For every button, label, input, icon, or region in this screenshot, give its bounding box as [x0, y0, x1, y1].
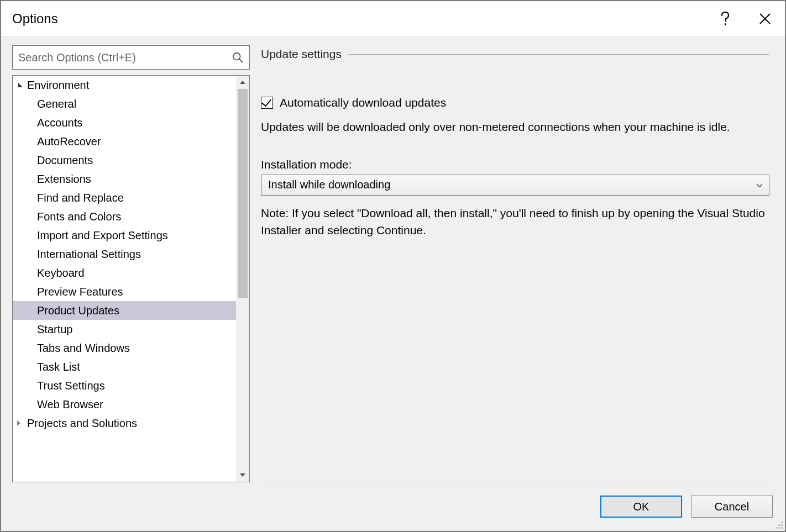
ok-button[interactable]: OK: [600, 496, 682, 518]
tree-item-web-browser[interactable]: Web Browser: [13, 395, 236, 414]
tree-item-autorecover[interactable]: AutoRecover: [13, 132, 236, 151]
tree-item-label: AutoRecover: [37, 135, 101, 148]
tree-item-label: Web Browser: [37, 398, 103, 411]
install-mode-value: Install while downloading: [268, 178, 390, 191]
scroll-thumb[interactable]: [238, 89, 248, 298]
scroll-up-button[interactable]: [236, 76, 249, 89]
search-box[interactable]: [12, 45, 250, 70]
tree-item-task-list[interactable]: Task List: [13, 357, 236, 376]
tree-item-preview-features[interactable]: Preview Features: [13, 282, 236, 301]
cancel-button[interactable]: Cancel: [691, 496, 773, 518]
tree-item-label: Documents: [37, 154, 93, 167]
install-mode-dropdown[interactable]: Install while downloading: [261, 175, 769, 196]
install-mode-label: Installation mode:: [261, 158, 769, 171]
close-icon: [759, 13, 771, 25]
tree-item-label: Find and Replace: [37, 192, 124, 204]
caret-collapsed-icon: [17, 420, 25, 426]
options-dialog: Options EnvironmentGeneralAccountsAutoRe…: [0, 0, 786, 532]
tree-item-keyboard[interactable]: Keyboard: [13, 264, 236, 282]
tree-item-general[interactable]: General: [13, 94, 236, 113]
dialog-title: Options: [12, 11, 716, 27]
tree-item-label: Fonts and Colors: [37, 210, 121, 223]
tree-item-product-updates[interactable]: Product Updates: [13, 301, 236, 320]
tree-item-trust-settings[interactable]: Trust Settings: [13, 376, 236, 395]
auto-download-label[interactable]: Automatically download updates: [280, 96, 446, 109]
options-tree[interactable]: EnvironmentGeneralAccountsAutoRecoverDoc…: [12, 75, 250, 482]
svg-point-0: [233, 53, 240, 60]
auto-download-checkbox[interactable]: [261, 97, 273, 109]
search-icon: [232, 51, 244, 64]
install-mode-note: Note: If you select "Download all, then …: [261, 204, 769, 239]
section-divider: [348, 54, 769, 55]
tree-item-tabs-and-windows[interactable]: Tabs and Windows: [13, 339, 236, 357]
chevron-down-icon: [757, 181, 762, 189]
tree-group-label: Environment: [27, 79, 89, 92]
tree-group-label: Projects and Solutions: [27, 417, 137, 430]
auto-download-help: Updates will be downloaded only over non…: [261, 118, 769, 136]
tree-item-label: Startup: [37, 323, 72, 336]
tree-item-extensions[interactable]: Extensions: [13, 170, 236, 188]
tree-item-label: Accounts: [37, 117, 82, 129]
resize-grip[interactable]: [774, 520, 783, 529]
titlebar: Options: [1, 1, 785, 36]
tree-item-find-and-replace[interactable]: Find and Replace: [13, 188, 236, 207]
tree-item-label: Task List: [37, 361, 80, 373]
tree-item-startup[interactable]: Startup: [13, 320, 236, 339]
tree-item-label: General: [37, 98, 76, 110]
close-button[interactable]: [756, 10, 774, 28]
tree-item-label: Product Updates: [37, 304, 119, 317]
tree-item-label: Preview Features: [37, 286, 123, 298]
section-title: Update settings: [261, 48, 342, 61]
svg-line-1: [239, 59, 243, 62]
caret-expanded-icon: [17, 82, 25, 88]
scroll-down-button[interactable]: [236, 468, 249, 482]
help-button[interactable]: [716, 10, 734, 28]
tree-item-fonts-and-colors[interactable]: Fonts and Colors: [13, 207, 236, 226]
tree-item-accounts[interactable]: Accounts: [13, 113, 236, 132]
tree-scrollbar[interactable]: [236, 76, 249, 482]
search-input[interactable]: [18, 51, 232, 64]
tree-item-label: Extensions: [37, 173, 91, 186]
tree-item-label: Trust Settings: [37, 380, 105, 392]
tree-item-import-and-export-settings[interactable]: Import and Export Settings: [13, 226, 236, 245]
tree-item-label: Tabs and Windows: [37, 342, 130, 355]
help-icon: [721, 12, 730, 26]
tree-item-label: Import and Export Settings: [37, 229, 168, 242]
tree-item-label: Keyboard: [37, 267, 85, 280]
tree-item-label: International Settings: [37, 248, 141, 261]
tree-group-environment[interactable]: Environment: [13, 76, 236, 94]
tree-item-documents[interactable]: Documents: [13, 151, 236, 170]
tree-item-international-settings[interactable]: International Settings: [13, 245, 236, 264]
tree-group-projects-and-solutions[interactable]: Projects and Solutions: [13, 414, 236, 433]
